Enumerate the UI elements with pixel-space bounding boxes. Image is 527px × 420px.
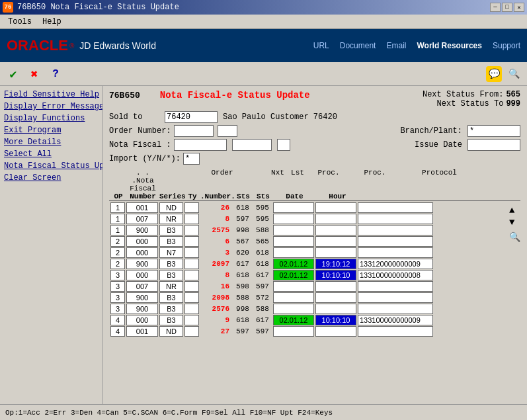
ty-input[interactable]	[184, 281, 199, 292]
op-input[interactable]	[110, 259, 125, 269]
minimize-button[interactable]: ─	[490, 3, 501, 12]
protocol-input[interactable]	[358, 236, 433, 247]
order-number-input[interactable]	[174, 125, 214, 137]
hour-input[interactable]	[315, 202, 356, 213]
protocol-input[interactable]	[358, 247, 433, 258]
number-input[interactable]	[126, 236, 158, 247]
number-input[interactable]	[126, 225, 158, 235]
zoom-icon[interactable]: 🔍	[509, 231, 520, 243]
series-input[interactable]	[159, 259, 183, 269]
nota-fiscal-check-input[interactable]	[277, 139, 290, 151]
date-input[interactable]	[273, 259, 314, 269]
nav-support[interactable]: Support	[493, 41, 520, 50]
number-input[interactable]	[126, 247, 158, 258]
hour-input[interactable]	[315, 304, 356, 314]
date-input[interactable]	[273, 315, 314, 325]
nota-fiscal-input2[interactable]	[232, 139, 272, 151]
series-input[interactable]	[159, 214, 183, 224]
protocol-input[interactable]	[358, 292, 433, 303]
ty-input[interactable]	[184, 214, 199, 224]
op-input[interactable]	[110, 214, 125, 224]
ty-input[interactable]	[184, 315, 199, 325]
series-input[interactable]	[159, 315, 183, 325]
chat-icon[interactable]: 💬	[486, 66, 502, 82]
hour-input[interactable]	[315, 259, 356, 269]
date-input[interactable]	[273, 236, 314, 247]
hour-input[interactable]	[315, 326, 356, 337]
menu-help[interactable]: Help	[37, 16, 67, 28]
series-input[interactable]	[159, 304, 183, 314]
date-input[interactable]	[273, 326, 314, 337]
protocol-input[interactable]	[358, 214, 433, 224]
date-input[interactable]	[273, 292, 314, 303]
sidebar-item-exit-program[interactable]: Exit Program	[0, 124, 102, 136]
op-input[interactable]	[110, 326, 125, 337]
sidebar-item-select-all[interactable]: Select All	[0, 148, 102, 160]
date-input[interactable]	[273, 304, 314, 314]
hour-input[interactable]	[315, 292, 356, 303]
op-input[interactable]	[110, 270, 125, 280]
nav-email[interactable]: Email	[386, 41, 406, 50]
ty-input[interactable]	[184, 326, 199, 337]
protocol-input[interactable]	[358, 202, 433, 213]
series-input[interactable]	[159, 281, 183, 292]
ty-input[interactable]	[184, 304, 199, 314]
hour-input[interactable]	[315, 281, 356, 292]
hour-input[interactable]	[315, 214, 356, 224]
sold-to-input[interactable]	[165, 111, 218, 123]
number-input[interactable]	[126, 202, 158, 213]
help-button[interactable]: ?	[48, 66, 63, 82]
date-input[interactable]	[273, 225, 314, 235]
protocol-input[interactable]	[358, 270, 433, 280]
sidebar-item-nota-fiscal-status[interactable]: Nota Fiscal Status Upda...	[0, 160, 102, 172]
maximize-button[interactable]: □	[502, 3, 512, 12]
accept-button[interactable]: ✔	[5, 66, 21, 82]
op-input[interactable]	[110, 315, 125, 325]
number-input[interactable]	[126, 292, 158, 303]
hour-input[interactable]	[315, 236, 356, 247]
op-input[interactable]	[110, 281, 125, 292]
date-input[interactable]	[273, 202, 314, 213]
ty-input[interactable]	[184, 236, 199, 247]
order-number-suffix-input[interactable]	[218, 125, 237, 137]
op-input[interactable]	[110, 236, 125, 247]
op-input[interactable]	[110, 304, 125, 314]
ty-input[interactable]	[184, 202, 199, 213]
protocol-input[interactable]	[358, 304, 433, 314]
series-input[interactable]	[159, 326, 183, 337]
import-input[interactable]	[183, 153, 200, 165]
date-input[interactable]	[273, 270, 314, 280]
date-input[interactable]	[273, 281, 314, 292]
search-icon[interactable]: 🔍	[506, 66, 522, 82]
sidebar-item-display-functions[interactable]: Display Functions	[0, 112, 102, 124]
sidebar-item-field-sensitive-help[interactable]: Field Sensitive Help	[0, 89, 102, 101]
sidebar-item-more-details[interactable]: More Details	[0, 136, 102, 148]
close-button[interactable]: ✕	[514, 3, 524, 12]
number-input[interactable]	[126, 281, 158, 292]
ty-input[interactable]	[184, 247, 199, 258]
hour-input[interactable]	[315, 247, 356, 258]
sidebar-item-clear-screen[interactable]: Clear Screen	[0, 172, 102, 184]
cancel-button[interactable]: ✖	[26, 66, 42, 82]
date-input[interactable]	[273, 214, 314, 224]
number-input[interactable]	[126, 326, 158, 337]
nav-document[interactable]: Document	[340, 41, 376, 50]
number-input[interactable]	[126, 259, 158, 269]
nota-fiscal-input1[interactable]	[174, 139, 227, 151]
nav-world-resources[interactable]: World Resources	[417, 41, 481, 50]
op-input[interactable]	[110, 292, 125, 303]
hour-input[interactable]	[315, 315, 356, 325]
scroll-up-icon[interactable]: ▲	[509, 205, 520, 216]
branch-plant-input[interactable]	[467, 125, 520, 137]
nav-url[interactable]: URL	[313, 41, 329, 50]
scroll-down-icon[interactable]: ▼	[509, 217, 520, 228]
series-input[interactable]	[159, 247, 183, 258]
number-input[interactable]	[126, 214, 158, 224]
ty-input[interactable]	[184, 292, 199, 303]
hour-input[interactable]	[315, 270, 356, 280]
protocol-input[interactable]	[358, 259, 433, 269]
ty-input[interactable]	[184, 225, 199, 235]
series-input[interactable]	[159, 292, 183, 303]
ty-input[interactable]	[184, 259, 199, 269]
date-input[interactable]	[273, 247, 314, 258]
